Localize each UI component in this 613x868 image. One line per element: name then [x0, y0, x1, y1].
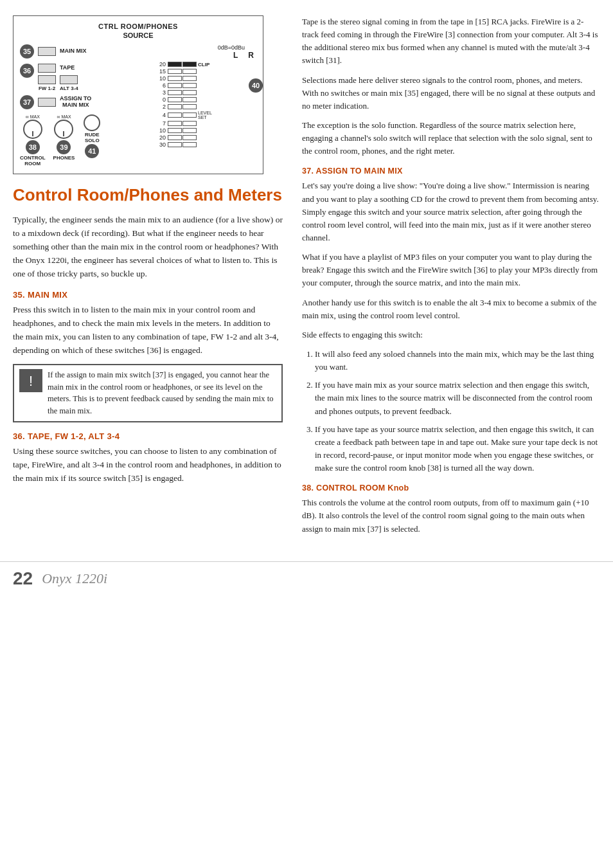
- side-effects-list: It will also feed any soloed channels in…: [315, 348, 600, 475]
- side-effect-item-1: It will also feed any soloed channels in…: [315, 348, 600, 374]
- meter-bar-l-7: [168, 121, 182, 126]
- num-40-badge: 40: [249, 78, 263, 93]
- meter-row-2: 2: [154, 104, 256, 110]
- meter-label-7: 7: [154, 120, 168, 127]
- heading-35: 35. MAIN MIX: [13, 290, 283, 300]
- meter-bar-r-7: [182, 121, 197, 126]
- meter-bar-l-4: [168, 113, 182, 118]
- meter-row-6: 6 40: [154, 82, 256, 89]
- meter-label-20b: 20: [154, 134, 168, 141]
- r-label: R: [248, 51, 254, 60]
- rude-solo-block: RUDESOLO 41: [84, 114, 100, 159]
- meter-bar-r-15: [182, 69, 197, 74]
- meter-row-3: 3: [154, 89, 256, 96]
- meter-label-6: 6: [154, 82, 168, 89]
- meter-bar-r-20b: [182, 135, 197, 140]
- lr-labels: L R: [154, 51, 256, 60]
- meter-bar-l-15: [168, 69, 182, 74]
- meter-row-clip: 20 CLIP: [154, 61, 256, 68]
- meter-bar-r-2: [182, 104, 197, 109]
- section-37-intro: Let's say you're doing a live show: "You…: [302, 179, 600, 244]
- meter-row-15: 15: [154, 68, 256, 75]
- meter-bar-l-30: [168, 142, 182, 147]
- phones-label: PHONES: [53, 156, 75, 161]
- meter-panel: 0dB=0dBu L R 20 CLIP 15: [148, 44, 256, 167]
- meter-bar-l-20: [168, 62, 182, 67]
- switch-37-box: [38, 98, 56, 107]
- cr-max-label: MAX: [30, 114, 40, 119]
- meter-label-30: 30: [154, 141, 168, 148]
- diagram-subtitle: SOURCE: [20, 32, 256, 39]
- l-label: L: [233, 51, 238, 60]
- control-room-label: CONTROLROOM: [20, 156, 46, 167]
- switch-37-label: ASSIGN TOMAIN MIX: [60, 96, 91, 109]
- switch-37-num: 37: [20, 95, 34, 109]
- section-37-para3: Another handy use for this switch is to …: [302, 296, 600, 322]
- meter-bar-r-10b: [182, 128, 197, 133]
- section-36-text: Using these source switches, you can cho…: [13, 445, 283, 485]
- meter-bar-r-30: [182, 142, 197, 147]
- ph-min-label: ∞: [57, 114, 60, 119]
- switch-37-block: 37 ASSIGN TOMAIN MIX: [20, 95, 148, 109]
- meter-label-0: 0: [154, 96, 168, 103]
- side-effect-item-3: If you have tape as your source matrix s…: [315, 423, 600, 475]
- meter-label-10a: 10: [154, 75, 168, 82]
- meter-row-4: 4 LEVELSET: [154, 111, 256, 120]
- right-para3: The exception is the solo function. Rega…: [302, 119, 600, 158]
- meter-label-20: 20: [154, 61, 168, 68]
- meter-label-2: 2: [154, 104, 168, 110]
- num-39-badge: 39: [57, 140, 71, 154]
- switch-36-box: [38, 64, 56, 73]
- clip-label: CLIP: [198, 62, 209, 68]
- fw-block: FW 1-2: [38, 75, 56, 91]
- diagram: CTRL ROOM/PHONES SOURCE 35 MAIN MIX 36: [13, 15, 263, 174]
- phones-knob-block: ∞ MAX 39 PHONES: [53, 114, 75, 161]
- ph-max-label: MAX: [61, 114, 71, 119]
- section-38-text: This controls the volume at the control …: [302, 496, 600, 535]
- meter-bar-r-4: [182, 113, 197, 118]
- meter-row-7: 7: [154, 120, 256, 127]
- meter-label-15: 15: [154, 68, 168, 75]
- side-effect-item-2: If you have main mix as your source matr…: [315, 379, 600, 417]
- bottom-controls-row: ∞ MAX 38 CONTROLROOM ∞: [20, 114, 148, 167]
- meter-row-20b: 20: [154, 134, 256, 141]
- rude-solo-circle: [84, 114, 100, 131]
- meter-label-4: 4: [154, 112, 168, 118]
- footer: 22 Onyx 1220i: [0, 561, 613, 595]
- footer-page-num: 22: [13, 568, 33, 589]
- meter-row-10a: 10: [154, 75, 256, 82]
- control-room-knob[interactable]: [23, 120, 42, 139]
- meter-row-30: 30: [154, 141, 256, 148]
- control-room-knob-block: ∞ MAX 38 CONTROLROOM: [20, 114, 46, 167]
- num-41-badge: 41: [85, 144, 99, 158]
- switch-36-num: 36: [20, 64, 34, 78]
- side-effects-label: Side effects to engaging this switch:: [302, 329, 600, 341]
- meter-bar-l-10a: [168, 76, 182, 81]
- intro-para: Typically, the engineer sends the main m…: [13, 213, 283, 281]
- meter-bar-r-10a: [182, 76, 197, 81]
- meter-bar-r-6: [182, 83, 197, 88]
- meter-label-10b: 10: [154, 127, 168, 134]
- meter-bar-l-3: [168, 90, 182, 95]
- meter-row-10b: 10: [154, 127, 256, 134]
- meter-bar-l-2: [168, 104, 182, 109]
- fw-label: FW 1-2: [39, 86, 55, 91]
- cr-min-label: ∞: [26, 114, 29, 119]
- meter-bar-l-20b: [168, 135, 182, 140]
- meter-row-0: 0: [154, 96, 256, 103]
- fw-switch-box: [38, 75, 56, 84]
- meter-bar-l-0: [168, 97, 182, 102]
- warning-icon: !: [19, 369, 42, 392]
- alt-block: ALT 3-4: [60, 75, 78, 91]
- meter-label-3: 3: [154, 89, 168, 96]
- alt-switch-box: [60, 75, 78, 84]
- section-35-text: Press this switch in to listen to the ma…: [13, 303, 283, 357]
- heading-38: 38. CONTROL ROOM Knob: [302, 484, 600, 493]
- meter-bar-r-20: [182, 62, 197, 67]
- right-para2: Selections made here deliver stereo sign…: [302, 74, 600, 113]
- switch-36-label: TAPE: [60, 65, 75, 71]
- phones-knob[interactable]: [54, 120, 73, 139]
- warning-text: If the assign to main mix switch [37] is…: [48, 369, 276, 417]
- heading-36: 36. TAPE, FW 1-2, ALT 3-4: [13, 431, 283, 441]
- switch-35-num: 35: [20, 44, 34, 59]
